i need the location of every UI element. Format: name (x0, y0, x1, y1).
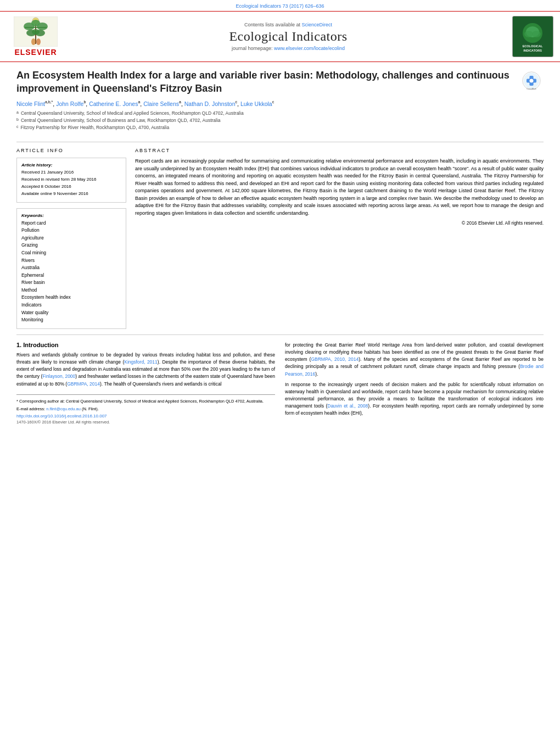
keyword-item: Indicators (21, 302, 121, 309)
email-name: (N. Flint). (82, 406, 99, 411)
elsevier-logo: ELSEVIER (5, 16, 66, 57)
abstract-heading: ABSTRACT (135, 148, 544, 154)
keywords-list: Report cardPollutionAgricultureGrazingCo… (21, 220, 121, 324)
svg-point-23 (529, 79, 533, 82)
keyword-item: Coal mining (21, 249, 121, 257)
keyword-item: Monitoring (21, 316, 121, 324)
svg-point-16 (532, 31, 541, 37)
aff-b-text: Central Queensland University, School of… (21, 117, 221, 124)
divider-2 (16, 334, 544, 335)
ecological-indicators-logo: ECOLOGICAL INDICATORS (512, 16, 553, 57)
keyword-item: Method (21, 287, 121, 294)
article-title-section: An Ecosystem Health Index for a large an… (16, 69, 544, 136)
keywords-box: Keywords: Report cardPollutionAgricultur… (16, 208, 126, 329)
history-values: Received 21 January 2016 Received in rev… (21, 169, 121, 197)
ref-gbrmpa-2010[interactable]: GBRMPA, 2010, 2014 (311, 356, 359, 362)
elsevier-label: ELSEVIER (14, 48, 57, 57)
author-sellens[interactable]: Claire Sellens (143, 100, 179, 107)
main-right-col: for protecting the Great Barrier Reef Wo… (285, 342, 544, 425)
journal-title: Ecological Indicators (71, 29, 505, 44)
info-abstract-section: ARTICLE INFO Article history: Received 2… (16, 148, 544, 329)
keywords-label: Keywords: (21, 213, 121, 218)
main-left-col: 1. Introduction Rivers and wetlands glob… (16, 342, 275, 425)
article-history-box: Article history: Received 21 January 201… (16, 158, 126, 202)
footnote-corresponding: * Corresponding author at: Central Queen… (16, 398, 275, 404)
author-rolfe[interactable]: John Rolfe (56, 100, 83, 107)
issn-line: 1470-160X/© 2016 Elsevier Ltd. All right… (16, 420, 275, 425)
eco-logo-icon: ECOLOGICAL INDICATORS (513, 18, 552, 56)
svg-text:INDICATORS: INDICATORS (523, 49, 542, 52)
footnote-email: E-mail address: n.flint@cqu.edu.au (N. F… (16, 406, 275, 412)
abstract-col: ABSTRACT Report cards are an increasingl… (135, 148, 544, 329)
sciencedirect-link[interactable]: ScienceDirect (302, 22, 333, 27)
journal-header: ELSEVIER Contents lists available at Sci… (0, 11, 560, 62)
svg-text:CrossMark: CrossMark (527, 88, 536, 90)
svg-point-15 (524, 31, 533, 37)
doi-line: http://dx.doi.org/10.1016/j.ecolind.2016… (16, 414, 275, 419)
abstract-text: Report cards are an increasingly popular… (135, 158, 544, 217)
svg-point-10 (31, 38, 36, 45)
journal-center: Contents lists available at ScienceDirec… (71, 22, 505, 51)
divider-1 (16, 142, 544, 142)
footnote-section: * Corresponding author at: Central Queen… (16, 394, 275, 425)
ref-kingsford[interactable]: Kingsford, 2011 (124, 359, 158, 365)
article-info-col: ARTICLE INFO Article history: Received 2… (16, 148, 126, 329)
intro-para1: Rivers and wetlands globally continue to… (16, 352, 275, 388)
copyright-line: © 2016 Elsevier Ltd. All rights reserved… (135, 220, 544, 226)
keyword-item: Grazing (21, 242, 121, 249)
ref-gbrmpa-2014[interactable]: GBRMPA, 2014 (67, 381, 100, 387)
svg-text:ECOLOGICAL: ECOLOGICAL (523, 44, 543, 48)
journal-reference: Ecological Indicators 73 (2017) 626–636 (0, 0, 560, 11)
affiliation-b: b Central Queensland University, School … (16, 117, 516, 124)
ref-finlayson[interactable]: Finlayson, 2000 (42, 373, 75, 379)
article-info-heading: ARTICLE INFO (16, 148, 126, 154)
elsevier-tree-icon (14, 16, 58, 47)
section-number: 1. (16, 342, 21, 348)
keyword-item: River basin (21, 279, 121, 287)
doi-link[interactable]: http://dx.doi.org/10.1016/j.ecolind.2016… (16, 414, 107, 419)
available-date: Available online 9 November 2016 (21, 191, 121, 198)
title-text-area: An Ecosystem Health Index for a large an… (16, 69, 516, 136)
main-content: 1. Introduction Rivers and wetlands glob… (16, 342, 544, 425)
svg-point-9 (32, 29, 40, 35)
keyword-item: Rivers (21, 257, 121, 265)
affiliation-a: a Central Queensland University, School … (16, 110, 516, 117)
author-flint[interactable]: Nicole Flint (16, 100, 45, 107)
article-body: An Ecosystem Health Index for a large an… (0, 62, 560, 436)
aff-c-text: Fitzroy Partnership for River Health, Ro… (21, 124, 170, 131)
received-2: Received in revised form 28 May 2016 (21, 176, 121, 183)
affiliation-c: c Fitzroy Partnership for River Health, … (16, 124, 516, 131)
page: Ecological Indicators 73 (2017) 626–636 (0, 0, 560, 436)
intro-para2: for protecting the Great Barrier Reef Wo… (285, 342, 544, 378)
keyword-item: Water quality (21, 309, 121, 317)
keyword-item: Agriculture (21, 235, 121, 242)
received-1: Received 21 January 2016 (21, 169, 121, 176)
journal-homepage: journal homepage: www.elsevier.com/locat… (71, 46, 505, 51)
homepage-link[interactable]: www.elsevier.com/locate/ecolind (274, 46, 345, 51)
contents-available: Contents lists available at ScienceDirec… (71, 22, 505, 27)
aff-a-text: Central Queensland University, School of… (21, 110, 244, 117)
intro-heading: 1. Introduction (16, 342, 275, 348)
keyword-item: Ecosystem health index (21, 294, 121, 302)
email-label: E-mail address: (16, 406, 45, 411)
crossmark-icon[interactable]: CrossMark (522, 71, 541, 91)
author-johnston[interactable]: Nathan D. Johnston (184, 100, 236, 107)
author-jones[interactable]: Catherine E. Jones (89, 100, 138, 107)
authors-line: Nicole Flinta,b,*, John Rolfeb, Catherin… (16, 100, 516, 107)
ref-dauvin[interactable]: Dauvin et al., 2008 (327, 403, 368, 409)
svg-point-6 (31, 20, 40, 26)
affiliations: a Central Queensland University, School … (16, 110, 516, 131)
author-ukkola[interactable]: Luke Ukkola (240, 100, 272, 107)
keyword-item: Pollution (21, 227, 121, 235)
svg-point-11 (36, 38, 41, 45)
email-link[interactable]: n.flint@cqu.edu.au (46, 406, 81, 411)
section-title-text: Introduction (23, 342, 58, 348)
journal-ref-text: Ecological Indicators 73 (2017) 626–636 (236, 3, 324, 9)
intro-para3: In response to the increasingly urgent n… (285, 381, 544, 417)
ref-brodie[interactable]: Brodie and Pearson, 2016 (285, 364, 544, 376)
history-label: Article history: (21, 163, 121, 168)
crossmark-area: CrossMark (522, 71, 544, 92)
article-title: An Ecosystem Health Index for a large an… (16, 69, 516, 96)
accepted-date: Accepted 8 October 2016 (21, 183, 121, 191)
keyword-item: Report card (21, 220, 121, 227)
